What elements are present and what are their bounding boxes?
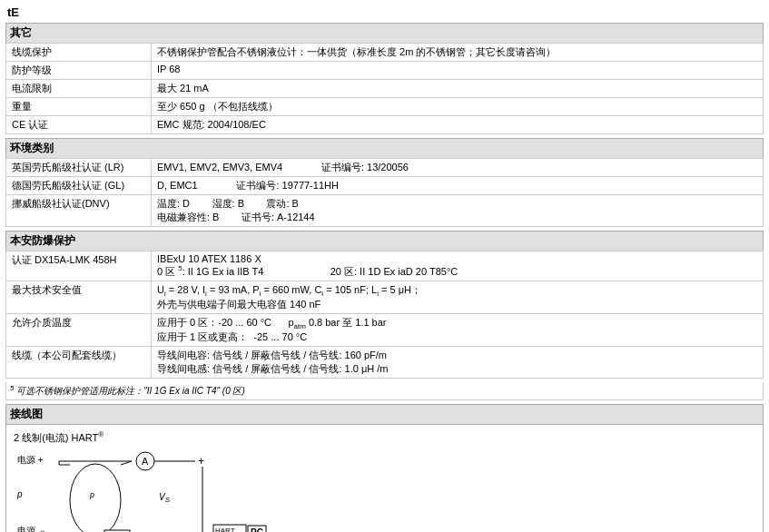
tech-line2: 外壳与供电端子间最大电容值 140 nF: [157, 298, 757, 311]
circuit-diagram-area: 电源 + p 电源 － l A + −: [14, 450, 755, 532]
wiring-subtitle: 2 线制(电流) HART®: [14, 430, 755, 445]
table-row: 挪威船级社认证(DNV) 温度: D 湿度: B 震动: B 电磁兼容性: B …: [6, 195, 764, 227]
row-label: 电流限制: [6, 80, 152, 98]
hart-label-1: HART: [215, 527, 235, 532]
table-row: 电流限制 最大 21 mA: [6, 80, 764, 98]
table-row: CE 认证 EMC 规范: 2004/108/EC: [6, 116, 764, 134]
row-label: 德国劳氏船级社认证 (GL): [6, 177, 152, 195]
header-te-label: tE: [5, 4, 764, 23]
table-row: 线缆（本公司配套线缆） 导线间电容: 信号线 / 屏蔽信号线 / 信号线: 16…: [6, 347, 764, 379]
table-intrinsic: 认证 DX15A-LMK 458H IBExU 10 ATEX 1186 X 0…: [5, 251, 764, 379]
row-value: 不锈钢保护管配合不锈钢液位计：一体供货（标准长度 2m 的不锈钢管；其它长度请咨…: [152, 44, 764, 62]
section-wiring-header: 接线图: [5, 404, 764, 424]
dnv-cert: 证书号: A-12144: [242, 212, 315, 222]
dnv-humidity: 湿度: B: [212, 198, 244, 209]
dnv-temp: 温度: D: [157, 198, 190, 209]
row-value: D, EMC1 证书编号: 19777-11HH: [152, 177, 764, 195]
row-value: 温度: D 湿度: B 震动: B 电磁兼容性: B 证书号: A-12144: [152, 195, 764, 227]
pc-label: PC: [251, 527, 263, 532]
svg-p-label: p: [16, 489, 23, 499]
vs-label: VS: [159, 492, 171, 504]
table-row: 认证 DX15A-LMK 458H IBExU 10 ATEX 1186 X 0…: [6, 251, 764, 281]
table-other: 线缆保护 不锈钢保护管配合不锈钢液位计：一体供货（标准长度 2m 的不锈钢管；其…: [5, 43, 764, 134]
row-label: 重量: [6, 98, 152, 116]
row-value: 导线间电容: 信号线 / 屏蔽信号线 / 信号线: 160 pF/m 导线间电感…: [152, 347, 764, 379]
table-row: 防护等级 IP 68: [6, 62, 764, 80]
dnv-emc: 电磁兼容性: B: [157, 212, 219, 222]
plus-terminal: +: [198, 455, 204, 468]
atex-line1: IBExU 10 ATEX 1186 X: [157, 253, 757, 264]
row-value: IBExU 10 ATEX 1186 X 0 区 5: II 1G Ex ia …: [152, 251, 764, 281]
sensor-p: p: [89, 490, 94, 499]
table-row: 德国劳氏船级社认证 (GL) D, EMC1 证书编号: 19777-11HH: [6, 177, 764, 195]
dnv-row1: 温度: D 湿度: B 震动: B: [157, 197, 757, 211]
temp-line2: 应用于 1 区或更高： -25 ... 70 °C: [157, 330, 757, 344]
row-value: IP 68: [152, 62, 764, 80]
cable-line2: 导线间电感: 信号线 / 屏蔽信号线 / 信号线: 1.0 μH /m: [157, 362, 757, 376]
row-value: 最大 21 mA: [152, 80, 764, 98]
cable-line1: 导线间电容: 信号线 / 屏蔽信号线 / 信号线: 160 pF/m: [157, 349, 757, 362]
sensor-to-ammeter: [121, 461, 132, 465]
env-gl-value: D, EMC1: [157, 180, 198, 191]
row-label: 最大技术安全值: [6, 281, 152, 313]
dnv-row2: 电磁兼容性: B 证书号: A-12144: [157, 211, 757, 224]
page: tE 其它 线缆保护 不锈钢保护管配合不锈钢液位计：一体供货（标准长度 2m 的…: [0, 0, 769, 532]
row-label: 挪威船级社认证(DNV): [6, 195, 152, 227]
section-intrinsic-header: 本安防爆保护: [5, 231, 764, 251]
table-row: 重量 至少 650 g （不包括线缆）: [6, 98, 764, 116]
table-row: 英国劳氏船级社认证 (LR) EMV1, EMV2, EMV3, EMV4 证书…: [6, 159, 764, 177]
table-row: 允许介质温度 应用于 0 区：-20 ... 60 °C patm 0.8 ba…: [6, 313, 764, 346]
env-gl-extra: 证书编号: 19777-11HH: [236, 180, 339, 191]
atex-line2: 0 区 5: II 1G Ex ia IIB T4 20 区: II 1D Ex…: [157, 264, 757, 279]
table-row: 线缆保护 不锈钢保护管配合不锈钢液位计：一体供货（标准长度 2m 的不锈钢管；其…: [6, 44, 764, 62]
svg-power-plus: 电源 +: [17, 455, 44, 465]
row-value: Ui = 28 V, Ii = 93 mA, Pi = 660 mW, Ci =…: [152, 281, 764, 313]
sensor-oval: [70, 464, 121, 532]
footnote: 5 可选不锈钢保护管适用此标注："II 1G Ex ia IIC T4" (0 …: [5, 382, 764, 400]
wiring-diagram-box: 2 线制(电流) HART® 电源 + p 电源 － l A: [5, 424, 764, 532]
env-lr-extra: 证书编号: 13/20056: [321, 162, 409, 172]
row-label: 英国劳氏船级社认证 (LR): [6, 159, 152, 177]
svg-power-minus: 电源 －: [17, 526, 47, 532]
dnv-vibration: 震动: B: [266, 198, 298, 209]
env-lr-value: EMV1, EMV2, EMV3, EMV4: [157, 162, 282, 172]
row-value: 至少 650 g （不包括线缆）: [152, 98, 764, 116]
row-value: EMC 规范: 2004/108/EC: [152, 116, 764, 134]
tech-line1: Ui = 28 V, Ii = 93 mA, Pi = 660 mW, Ci =…: [157, 283, 757, 298]
temp-line1: 应用于 0 区：-20 ... 60 °C patm 0.8 bar 至 1.1…: [157, 316, 757, 330]
row-label: 认证 DX15A-LMK 458H: [6, 251, 152, 281]
section-env-header: 环境类别: [5, 138, 764, 158]
row-label: 防护等级: [6, 62, 152, 80]
row-label: CE 认证: [6, 116, 152, 134]
section-other-header: 其它: [5, 23, 764, 43]
table-env: 英国劳氏船级社认证 (LR) EMV1, EMV2, EMV3, EMV4 证书…: [5, 158, 764, 227]
ammeter-label: A: [142, 456, 149, 467]
row-label: 线缆（本公司配套线缆）: [6, 347, 152, 379]
row-label: 线缆保护: [6, 44, 152, 62]
row-value: 应用于 0 区：-20 ... 60 °C patm 0.8 bar 至 1.1…: [152, 313, 764, 346]
circuit-svg: 电源 + p 电源 － l A + −: [14, 450, 268, 532]
table-row: 最大技术安全值 Ui = 28 V, Ii = 93 mA, Pi = 660 …: [6, 281, 764, 313]
row-value: EMV1, EMV2, EMV3, EMV4 证书编号: 13/20056: [152, 159, 764, 177]
row-label: 允许介质温度: [6, 313, 152, 346]
